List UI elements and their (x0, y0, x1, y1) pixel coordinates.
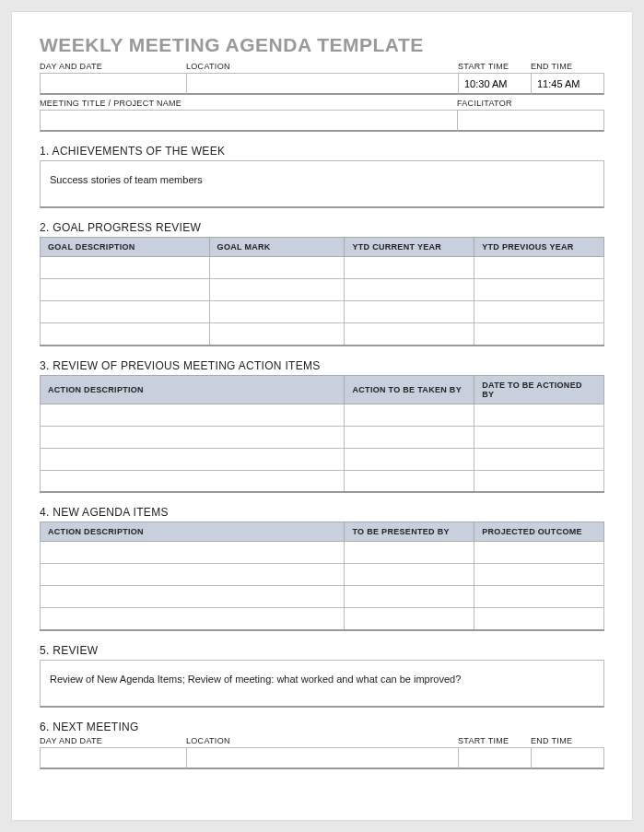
section-achievements-heading: 1. ACHIEVEMENTS OF THE WEEK (40, 145, 604, 158)
table-cell[interactable] (345, 257, 474, 279)
table-cell[interactable] (41, 586, 345, 608)
document-page: WEEKLY MEETING AGENDA TEMPLATE DAY AND D… (11, 11, 633, 821)
table-cell[interactable] (345, 279, 474, 301)
table-row (41, 564, 604, 586)
table-cell[interactable] (474, 586, 604, 608)
prev-actions-body (41, 404, 604, 492)
table-cell[interactable] (41, 257, 210, 279)
table-cell[interactable] (345, 542, 474, 564)
location-label: LOCATION (186, 62, 459, 71)
meeting-title-field: MEETING TITLE / PROJECT NAME (40, 99, 458, 132)
section-new-agenda-heading: 4. NEW AGENDA ITEMS (40, 506, 604, 519)
location-field: LOCATION (186, 62, 459, 95)
page-title: WEEKLY MEETING AGENDA TEMPLATE (40, 34, 604, 56)
next-day-date-field: DAY AND DATE (40, 736, 187, 769)
table-cell[interactable] (41, 564, 345, 586)
next-location-field: LOCATION (186, 736, 459, 769)
table-cell[interactable] (345, 448, 474, 470)
table-row (41, 470, 604, 492)
new-col-presentedby: TO BE PRESENTED BY (345, 522, 474, 542)
table-row (41, 257, 604, 279)
review-box[interactable]: Review of New Agenda Items; Review of me… (40, 660, 604, 708)
table-cell[interactable] (41, 426, 345, 448)
new-agenda-body (41, 542, 604, 630)
table-row (41, 608, 604, 630)
header-row-1: DAY AND DATE LOCATION START TIME END TIM… (40, 62, 604, 95)
table-cell[interactable] (41, 279, 210, 301)
facilitator-label: FACILITATOR (457, 99, 604, 108)
table-cell[interactable] (209, 301, 345, 323)
table-cell[interactable] (474, 542, 604, 564)
table-cell[interactable] (41, 542, 345, 564)
next-end-time-input[interactable] (531, 747, 604, 769)
table-cell[interactable] (474, 564, 604, 586)
meeting-title-label: MEETING TITLE / PROJECT NAME (40, 99, 458, 108)
table-cell[interactable] (345, 404, 474, 426)
table-cell[interactable] (474, 301, 604, 323)
goal-col-ytd-previous: YTD PREVIOUS YEAR (474, 238, 604, 257)
table-cell[interactable] (345, 323, 474, 346)
table-cell[interactable] (345, 301, 474, 323)
section-goal-progress-heading: 2. GOAL PROGRESS REVIEW (40, 221, 604, 234)
table-cell[interactable] (474, 448, 604, 470)
table-cell[interactable] (345, 426, 474, 448)
table-row (41, 586, 604, 608)
next-location-input[interactable] (186, 747, 459, 769)
achievements-box[interactable]: Success stories of team members (40, 160, 604, 208)
table-row (41, 301, 604, 323)
table-cell[interactable] (345, 586, 474, 608)
facilitator-input[interactable] (457, 110, 604, 132)
end-time-input[interactable] (531, 73, 604, 95)
table-cell[interactable] (474, 404, 604, 426)
section-next-meeting-heading: 6. NEXT MEETING (40, 721, 604, 733)
goal-progress-table: GOAL DESCRIPTION GOAL MARK YTD CURRENT Y… (40, 237, 604, 346)
start-time-field: START TIME (458, 62, 532, 95)
prev-col-dateby: DATE TO BE ACTIONED BY (474, 375, 604, 404)
new-agenda-table: ACTION DESCRIPTION TO BE PRESENTED BY PR… (40, 521, 604, 631)
day-date-input[interactable] (40, 73, 187, 95)
table-cell[interactable] (209, 323, 345, 346)
section-review-heading: 5. REVIEW (40, 644, 604, 657)
table-row (41, 404, 604, 426)
meeting-title-input[interactable] (40, 110, 458, 132)
next-location-label: LOCATION (186, 736, 459, 745)
table-cell[interactable] (209, 257, 345, 279)
table-cell[interactable] (41, 448, 345, 470)
table-cell[interactable] (345, 470, 474, 492)
table-cell[interactable] (345, 608, 474, 630)
prev-col-description: ACTION DESCRIPTION (41, 375, 345, 404)
table-cell[interactable] (474, 426, 604, 448)
table-cell[interactable] (41, 323, 210, 346)
table-cell[interactable] (41, 608, 345, 630)
table-cell[interactable] (209, 279, 345, 301)
next-start-time-input[interactable] (458, 747, 532, 769)
table-cell[interactable] (41, 301, 210, 323)
next-day-date-input[interactable] (40, 747, 187, 769)
section-prev-actions-heading: 3. REVIEW OF PREVIOUS MEETING ACTION ITE… (40, 359, 604, 372)
table-cell[interactable] (474, 279, 604, 301)
table-row (41, 426, 604, 448)
table-row (41, 448, 604, 470)
goal-col-description: GOAL DESCRIPTION (41, 238, 210, 257)
table-cell[interactable] (474, 470, 604, 492)
next-day-date-label: DAY AND DATE (40, 736, 187, 745)
start-time-input[interactable] (458, 73, 532, 95)
table-cell[interactable] (41, 404, 345, 426)
table-cell[interactable] (474, 608, 604, 630)
table-cell[interactable] (474, 257, 604, 279)
header-row-2: MEETING TITLE / PROJECT NAME FACILITATOR (40, 99, 604, 132)
location-input[interactable] (186, 73, 459, 95)
day-date-label: DAY AND DATE (40, 62, 187, 71)
end-time-field: END TIME (531, 62, 604, 95)
end-time-label: END TIME (531, 62, 604, 71)
new-col-description: ACTION DESCRIPTION (41, 522, 345, 542)
table-cell[interactable] (345, 564, 474, 586)
next-meeting-row: DAY AND DATE LOCATION START TIME END TIM… (40, 736, 604, 769)
table-cell[interactable] (41, 470, 345, 492)
goal-col-ytd-current: YTD CURRENT YEAR (345, 238, 474, 257)
table-row (41, 279, 604, 301)
day-date-field: DAY AND DATE (40, 62, 187, 95)
start-time-label: START TIME (458, 62, 532, 71)
table-cell[interactable] (474, 323, 604, 346)
table-row (41, 542, 604, 564)
